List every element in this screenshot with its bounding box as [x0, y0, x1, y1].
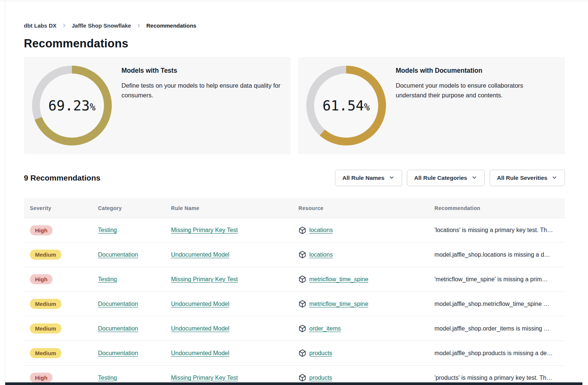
resource-link[interactable]: products — [309, 350, 332, 357]
card-title: Models with Tests — [121, 67, 291, 75]
category-link[interactable]: Documentation — [98, 350, 138, 356]
table-row: Medium Documentation Undocumented Model … — [24, 242, 565, 267]
severity-badge: Medium — [30, 250, 61, 260]
models-with-tests-card: 69.23% Models with Tests Define tests on… — [24, 57, 291, 154]
tests-donut-chart: 69.23% — [32, 66, 112, 145]
documentation-percent-value: 61.54% — [306, 66, 386, 145]
model-box-icon — [298, 325, 306, 332]
rule-name-link[interactable]: Undocumented Model — [171, 301, 230, 307]
rule-name-link[interactable]: Undocumented Model — [171, 350, 230, 356]
rule-name-link[interactable]: Missing Primary Key Test — [171, 375, 238, 381]
recommendations-count-title: 9 Recommendations — [24, 173, 100, 182]
resource-link[interactable]: metricflow_time_spine — [309, 276, 368, 283]
recommendation-text: model.jaffle_shop.order_items is missing… — [434, 325, 565, 332]
table-row: Medium Documentation Undocumented Model … — [24, 292, 565, 316]
chevron-down-icon — [471, 174, 477, 182]
card-description: Document your models to ensure collabora… — [396, 81, 545, 100]
resource-link[interactable]: locations — [309, 251, 333, 258]
documentation-donut-chart: 61.54% — [306, 66, 386, 145]
resource-link[interactable]: locations — [309, 227, 333, 234]
severity-badge: High — [30, 373, 53, 383]
resource-link[interactable]: order_items — [309, 325, 341, 332]
table-row: High Testing Missing Primary Key Test lo… — [24, 218, 565, 242]
chevron-down-icon — [551, 174, 557, 182]
rule-categories-filter-dropdown[interactable]: All Rule Categories — [407, 170, 485, 186]
severity-badge: High — [30, 274, 53, 284]
rule-name-link[interactable]: Undocumented Model — [171, 325, 230, 332]
table-body: High Testing Missing Primary Key Test lo… — [24, 218, 565, 385]
category-link[interactable]: Testing — [98, 375, 117, 381]
metric-cards: 69.23% Models with Tests Define tests on… — [24, 57, 565, 154]
rule-name-link[interactable]: Undocumented Model — [171, 251, 230, 258]
table-header-row: Severity Category Rule Name Resource Rec… — [24, 198, 565, 218]
severity-badge: Medium — [30, 299, 61, 309]
chevron-down-icon — [389, 174, 395, 182]
recommendation-text: model.jaffle_shop.products is missing a … — [434, 350, 565, 357]
rule-name-link[interactable]: Missing Primary Key Test — [171, 227, 238, 233]
column-header-category: Category — [98, 205, 171, 211]
category-link[interactable]: Documentation — [98, 301, 138, 307]
recommendation-text: 'metricflow_time_spine' is missing a pri… — [434, 276, 565, 283]
breadcrumb-item-current: Recommendations — [146, 22, 196, 29]
recommendation-text: model.jaffle_shop.locations is missing a… — [434, 251, 565, 258]
table-row: Medium Documentation Undocumented Model … — [24, 316, 565, 341]
card-description: Define tests on your models to help ensu… — [121, 81, 291, 100]
tests-percent-value: 69.23% — [32, 66, 112, 145]
category-link[interactable]: Testing — [98, 227, 117, 233]
rule-names-filter-dropdown[interactable]: All Rule Names — [335, 170, 402, 186]
rule-name-link[interactable]: Missing Primary Key Test — [171, 276, 238, 282]
recommendation-text: model.jaffle_shop.metricflow_time_spine … — [434, 301, 565, 307]
recommendations-table: Severity Category Rule Name Resource Rec… — [24, 198, 565, 385]
category-link[interactable]: Documentation — [98, 251, 138, 258]
table-row: Medium Documentation Undocumented Model … — [24, 341, 565, 366]
models-with-documentation-card: 61.54% Models with Documentation Documen… — [298, 57, 565, 154]
breadcrumb-item-project[interactable]: Jaffle Shop Snowflake — [72, 22, 131, 29]
category-link[interactable]: Testing — [98, 276, 117, 282]
model-box-icon — [298, 251, 306, 259]
model-box-icon — [298, 374, 306, 382]
chevron-right-icon — [61, 23, 67, 28]
recommendation-text: 'products' is missing a primary key test… — [434, 375, 565, 381]
breadcrumb: dbt Labs DX Jaffle Shop Snowflake Recomm… — [24, 22, 565, 29]
panel-left-border — [5, 1, 5, 385]
rule-severities-filter-dropdown[interactable]: All Rule Severities — [490, 170, 565, 186]
bottom-dark-bar — [5, 382, 582, 385]
card-title: Models with Documentation — [396, 67, 545, 75]
category-link[interactable]: Documentation — [98, 325, 138, 332]
model-box-icon — [298, 300, 306, 308]
severity-badge: Medium — [30, 348, 61, 358]
chevron-right-icon — [136, 23, 142, 28]
model-box-icon — [298, 226, 306, 234]
severity-badge: High — [30, 225, 53, 235]
page-title: Recommendations — [24, 37, 565, 50]
model-box-icon — [298, 349, 306, 357]
severity-badge: Medium — [30, 323, 61, 334]
main-content: dbt Labs DX Jaffle Shop Snowflake Recomm… — [24, 0, 565, 385]
resource-link[interactable]: metricflow_time_spine — [309, 301, 368, 307]
filter-bar: All Rule Names All Rule Categories All R… — [335, 170, 565, 186]
column-header-resource: Resource — [298, 205, 434, 211]
table-row: High Testing Missing Primary Key Test me… — [24, 267, 565, 292]
breadcrumb-item-account[interactable]: dbt Labs DX — [24, 22, 57, 29]
model-box-icon — [298, 275, 306, 283]
column-header-rule-name: Rule Name — [171, 205, 298, 211]
resource-link[interactable]: products — [309, 375, 332, 381]
recommendation-text: 'locations' is missing a primary key tes… — [434, 227, 565, 234]
column-header-recommendation: Recommendation — [434, 205, 565, 211]
column-header-severity: Severity — [30, 205, 98, 211]
